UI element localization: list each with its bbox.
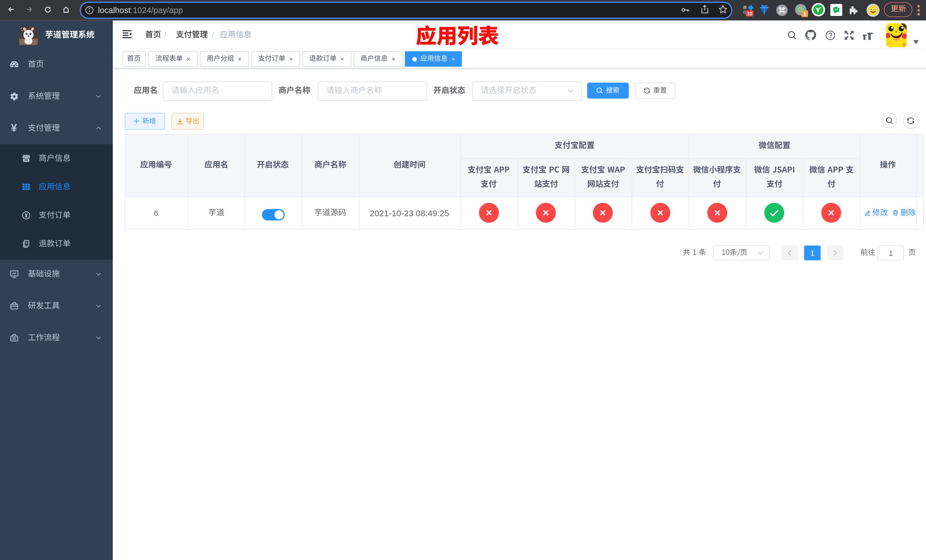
svg-text:10: 10 xyxy=(747,11,752,17)
svg-text:1: 1 xyxy=(803,11,806,17)
